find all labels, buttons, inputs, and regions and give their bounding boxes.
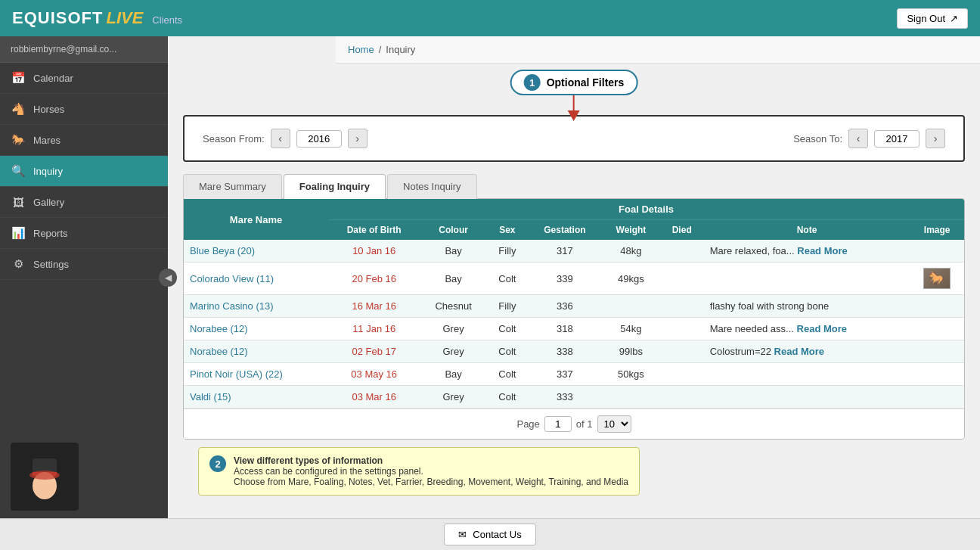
cell-dob: 03 Mar 16	[328, 386, 420, 409]
sidebar-item-gallery[interactable]: 🖼 Gallery	[0, 187, 168, 218]
cell-mare: Norabee (12)	[184, 340, 328, 363]
note-text: Mare needed ass...	[710, 323, 794, 334]
breadcrumb-current: Inquiry	[386, 44, 415, 55]
callout-2-line3: Choose from Mare, Foaling, Notes, Vet, F…	[234, 477, 628, 487]
cell-weight	[602, 295, 660, 318]
cell-colour: Grey	[420, 386, 487, 409]
sidebar-item-calendar[interactable]: 📅 Calendar	[0, 63, 168, 94]
sidebar-item-inquiry[interactable]: 🔍 Inquiry	[0, 156, 168, 187]
logo-clients: Clients	[152, 14, 182, 26]
cell-note: flashy foal with strong bone	[704, 295, 910, 318]
cell-dob: 02 Feb 17	[328, 340, 420, 363]
contact-us-button[interactable]: ✉ Contact Us	[444, 524, 535, 545]
cell-died	[660, 363, 704, 386]
sidebar-item-mares[interactable]: 🐎 Mares	[0, 125, 168, 156]
season-to-next-button[interactable]: ›	[926, 129, 945, 148]
cell-weight	[602, 386, 660, 409]
cell-colour: Chesnut	[420, 295, 487, 318]
table-row: Norabee (12) 02 Feb 17 Grey Colt 338 99l…	[184, 340, 964, 363]
sidebar-label-horses: Horses	[33, 104, 64, 115]
cell-weight: 49kgs	[602, 263, 660, 295]
col-dob: Date of Birth	[328, 220, 420, 241]
mares-icon: 🐎	[11, 132, 26, 148]
foal-details-header: Foal Details	[328, 199, 964, 220]
top-header: EQUISOFT LIVE Clients Sign Out ↗	[0, 0, 980, 36]
sidebar-item-horses[interactable]: 🐴 Horses	[0, 94, 168, 125]
read-more-link[interactable]: Read More	[774, 346, 824, 357]
logo-live: LIVE	[106, 8, 143, 28]
cell-died	[660, 318, 704, 340]
sidebar-label-mares: Mares	[33, 135, 60, 146]
col-image: Image	[910, 220, 964, 241]
cell-weight: 99lbs	[602, 340, 660, 363]
cell-note: Mare needed ass... Read More	[704, 318, 910, 340]
read-more-link[interactable]: Read More	[797, 245, 847, 256]
cell-mare: Blue Beya (20)	[184, 240, 328, 263]
contact-label: Contact Us	[473, 529, 521, 540]
cell-mare: Pinot Noir (USA) (22)	[184, 363, 328, 386]
callout-1-label: Optional Filters	[547, 76, 625, 89]
cell-weight: 50kgs	[602, 363, 660, 386]
footer: ✉ Contact Us	[0, 518, 980, 550]
horse-icon: 🐴	[11, 101, 26, 117]
breadcrumb-home[interactable]: Home	[348, 44, 374, 55]
season-to-group: Season To: ‹ 2017 ›	[793, 129, 945, 148]
filters-box: Season From: ‹ 2016 › Season To: ‹ 2017 …	[183, 115, 965, 162]
tab-mare-summary[interactable]: Mare Summary	[183, 174, 282, 199]
table-row: Colorado View (11) 20 Feb 16 Bay Colt 33…	[184, 263, 964, 295]
read-more-link[interactable]: Read More	[797, 323, 847, 334]
cell-colour: Bay	[420, 363, 487, 386]
sidebar-item-settings[interactable]: ⚙ Settings	[0, 249, 168, 280]
cell-sex: Colt	[487, 363, 528, 386]
cell-colour: Grey	[420, 318, 487, 340]
reports-icon: 📊	[11, 225, 26, 241]
note-text: flashy foal with strong bone	[710, 300, 830, 312]
sidebar-item-reports[interactable]: 📊 Reports	[0, 218, 168, 249]
tabs-container: Mare Summary Foaling Inquiry Notes Inqui…	[183, 174, 965, 199]
callout-2-line2: Access can be configured in the settings…	[234, 466, 628, 477]
page-input[interactable]	[544, 416, 572, 432]
table-row: Marino Casino (13) 16 Mar 16 Chesnut Fil…	[184, 295, 964, 318]
table-row: Blue Beya (20) 10 Jan 16 Bay Filly 317 4…	[184, 240, 964, 263]
season-from-prev-button[interactable]: ‹	[271, 129, 290, 148]
callout-2: 2 View different types of information Ac…	[183, 447, 965, 496]
cell-dob: 11 Jan 16	[328, 318, 420, 340]
sidebar-label-inquiry: Inquiry	[33, 166, 63, 177]
cell-dob: 10 Jan 16	[328, 240, 420, 263]
tab-foaling-inquiry[interactable]: Foaling Inquiry	[284, 174, 386, 199]
col-sex: Sex	[487, 220, 528, 241]
sign-out-icon: ↗	[950, 13, 958, 24]
cell-mare: Valdi (15)	[184, 386, 328, 409]
per-page-select[interactable]: 10 25 50	[597, 415, 631, 433]
cell-image	[910, 386, 964, 409]
cell-image	[910, 295, 964, 318]
cell-died	[660, 240, 704, 263]
callout-1-line	[573, 95, 575, 110]
sidebar-label-gallery: Gallery	[33, 197, 64, 208]
gallery-icon: 🖼	[11, 194, 26, 210]
season-from-next-button[interactable]: ›	[348, 129, 368, 148]
tab-notes-inquiry[interactable]: Notes Inquiry	[387, 174, 477, 199]
col-gestation: Gestation	[528, 220, 602, 241]
cell-gestation: 337	[528, 363, 602, 386]
cell-sex: Filly	[487, 240, 528, 263]
table-row: Valdi (15) 03 Mar 16 Grey Colt 333	[184, 386, 964, 409]
cell-mare: Colorado View (11)	[184, 263, 328, 295]
sign-out-button[interactable]: Sign Out ↗	[897, 8, 968, 29]
cell-sex: Colt	[487, 318, 528, 340]
col-colour: Colour	[420, 220, 487, 241]
cell-gestation: 336	[528, 295, 602, 318]
cell-image	[910, 240, 964, 263]
cell-note	[704, 263, 910, 295]
sidebar-label-calendar: Calendar	[33, 73, 73, 84]
callout-1-number: 1	[524, 74, 541, 91]
sidebar-collapse-button[interactable]: ◀	[159, 269, 177, 287]
season-to-prev-button[interactable]: ‹	[848, 129, 868, 148]
cell-gestation: 318	[528, 318, 602, 340]
cell-died	[660, 295, 704, 318]
cell-note	[704, 363, 910, 386]
col-note: Note	[704, 220, 910, 241]
cell-note: Colostrum=22 Read More	[704, 340, 910, 363]
cell-sex: Colt	[487, 340, 528, 363]
horse-thumbnail: 🐎	[923, 268, 951, 289]
